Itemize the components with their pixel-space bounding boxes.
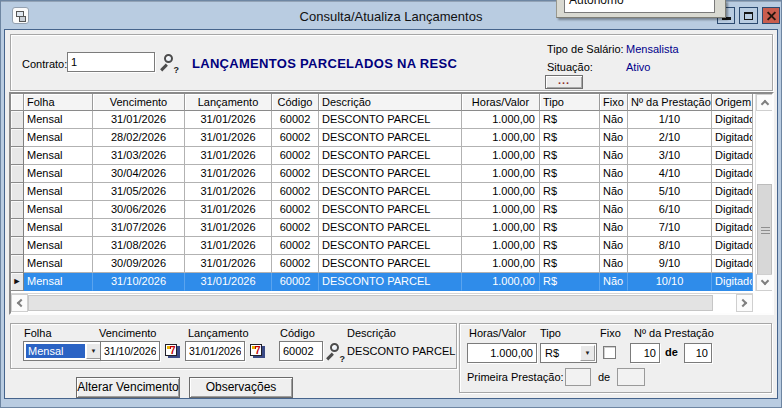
folha-select[interactable]: Mensal ▼ — [23, 341, 103, 361]
grid-cell: 30/04/2026 — [93, 165, 185, 183]
scroll-right-button[interactable] — [736, 294, 753, 312]
calendar-icon[interactable]: 7 — [164, 343, 181, 359]
contrato-input[interactable] — [67, 52, 155, 72]
grid-cell: Digitado — [712, 201, 753, 219]
grid-cell: DESCONTO PARCEL — [319, 219, 462, 237]
grid-cell: DESCONTO PARCEL — [319, 273, 462, 291]
table-row[interactable]: Mensal31/07/202631/01/202660002DESCONTO … — [11, 219, 753, 237]
table-row[interactable]: Mensal31/01/202631/01/202660002DESCONTO … — [11, 111, 753, 129]
descricao-value: DESCONTO PARCEL — [347, 345, 455, 357]
grid-cell: DESCONTO PARCEL — [319, 147, 462, 165]
selected-row-marker-icon: ► — [11, 273, 24, 291]
table-row[interactable]: Mensal30/09/202631/01/202660002DESCONTO … — [11, 255, 753, 273]
grid-cell: Digitado — [712, 183, 753, 201]
grid-cell: 31/01/2026 — [185, 147, 272, 165]
table-row[interactable]: ►Mensal31/10/202631/01/202660002DESCONTO… — [11, 273, 753, 291]
prestacao-label: Nº da Prestação — [634, 327, 714, 339]
column-header: Folha — [24, 94, 93, 111]
dropdown-arrow-icon[interactable]: ▼ — [580, 345, 595, 361]
grid-cell: DESCONTO PARCEL — [319, 129, 462, 147]
observacoes-button[interactable]: Observações — [189, 377, 293, 398]
grid-cell: Mensal — [24, 201, 93, 219]
grid-cell: 31/01/2026 — [185, 129, 272, 147]
search-icon[interactable] — [160, 54, 180, 74]
thumb-grip-icon — [761, 227, 770, 228]
grid-cell: R$ — [540, 255, 600, 273]
grid-cell: 30/09/2026 — [93, 255, 185, 273]
column-header: Tipo — [540, 94, 600, 111]
close-button[interactable] — [762, 7, 780, 24]
dropdown-arrow-icon[interactable]: ▼ — [86, 343, 101, 359]
calendar-icon[interactable]: 7 — [249, 343, 266, 359]
grid-cell: Não — [600, 129, 628, 147]
grid-cell: DESCONTO PARCEL — [319, 237, 462, 255]
grid-cell: 60002 — [272, 147, 319, 165]
tipo-selected-value: R$ — [543, 346, 579, 360]
vencimento-input[interactable] — [100, 341, 160, 361]
prestacao-total-input[interactable] — [684, 343, 712, 363]
clipped-popup-item[interactable]: Autônomo — [564, 0, 715, 13]
codigo-input[interactable] — [279, 341, 323, 361]
grid-cell: Mensal — [24, 147, 93, 165]
grid-cell: Mensal — [24, 255, 93, 273]
maximize-icon — [744, 12, 753, 20]
contrato-label: Contrato: — [22, 58, 67, 70]
vertical-scrollbar[interactable] — [755, 94, 772, 291]
grid-cell: R$ — [540, 237, 600, 255]
table-row[interactable]: Mensal30/04/202631/01/202660002DESCONTO … — [11, 165, 753, 183]
grid-cell: 31/01/2026 — [185, 111, 272, 129]
table-row[interactable]: Mensal28/02/202631/01/202660002DESCONTO … — [11, 129, 753, 147]
grid-cell: 60002 — [272, 165, 319, 183]
grid-cell: 1.000,00 — [462, 237, 540, 255]
table-row[interactable]: Mensal30/06/202631/01/202660002DESCONTO … — [11, 201, 753, 219]
grid-cell: 1.000,00 — [462, 255, 540, 273]
grid-cell: DESCONTO PARCEL — [319, 183, 462, 201]
grid-cell: 60002 — [272, 273, 319, 291]
grid-cell: 7/10 — [628, 219, 712, 237]
table-row[interactable]: Mensal31/05/202631/01/202660002DESCONTO … — [11, 183, 753, 201]
scroll-left-button[interactable] — [11, 294, 28, 312]
lancamento-input[interactable] — [185, 341, 245, 361]
tipo-select[interactable]: R$ ▼ — [540, 343, 597, 363]
row-indicator — [11, 165, 24, 183]
vertical-scroll-thumb[interactable] — [757, 184, 772, 278]
horas-valor-input[interactable] — [467, 343, 537, 363]
grid-cell: Mensal — [24, 183, 93, 201]
codigo-label: Código — [280, 327, 315, 339]
grid-cell: 5/10 — [628, 183, 712, 201]
horizontal-scroll-thumb[interactable] — [28, 295, 713, 311]
grid-cell: 60002 — [272, 237, 319, 255]
row-indicator — [11, 237, 24, 255]
prestacao-de-label: de — [665, 346, 678, 358]
primeira-total-input[interactable] — [617, 368, 645, 386]
grid-cell: 1.000,00 — [462, 201, 540, 219]
prestacao-num-input[interactable] — [630, 343, 660, 363]
grid-cell: 31/01/2026 — [185, 273, 272, 291]
maximize-button[interactable] — [739, 7, 758, 24]
row-indicator — [11, 147, 24, 165]
table-row[interactable]: Mensal31/03/202631/01/202660002DESCONTO … — [11, 147, 753, 165]
grid-cell: 60002 — [272, 219, 319, 237]
row-indicator — [11, 219, 24, 237]
scroll-up-button[interactable] — [756, 94, 772, 111]
fixo-checkbox[interactable] — [603, 346, 616, 359]
alterar-vencimento-button[interactable]: Alterar Vencimento — [76, 377, 180, 398]
grid-cell: 60002 — [272, 201, 319, 219]
scroll-down-button[interactable] — [756, 274, 772, 291]
grid-cell: 2/10 — [628, 129, 712, 147]
grid-cell: Mensal — [24, 219, 93, 237]
row-indicator — [11, 129, 24, 147]
grid-cell: R$ — [540, 165, 600, 183]
primeira-num-input[interactable] — [565, 368, 591, 386]
horizontal-scrollbar[interactable] — [11, 293, 753, 311]
grid-cell: Não — [600, 165, 628, 183]
grid-cell: 60002 — [272, 255, 319, 273]
chevron-right-icon — [739, 299, 747, 307]
grid-cell: 31/01/2026 — [185, 183, 272, 201]
grid-header-row: FolhaVencimentoLançamentoCódigoDescrição… — [11, 94, 753, 111]
table-row[interactable]: Mensal31/08/202631/01/202660002DESCONTO … — [11, 237, 753, 255]
lookup-icon[interactable] — [326, 343, 346, 363]
fixo-label: Fixo — [600, 327, 621, 339]
header-panel: Contrato: LANÇAMENTOS PARCELADOS NA RESC… — [10, 34, 773, 91]
ellipsis-button[interactable]: ... — [545, 75, 583, 89]
